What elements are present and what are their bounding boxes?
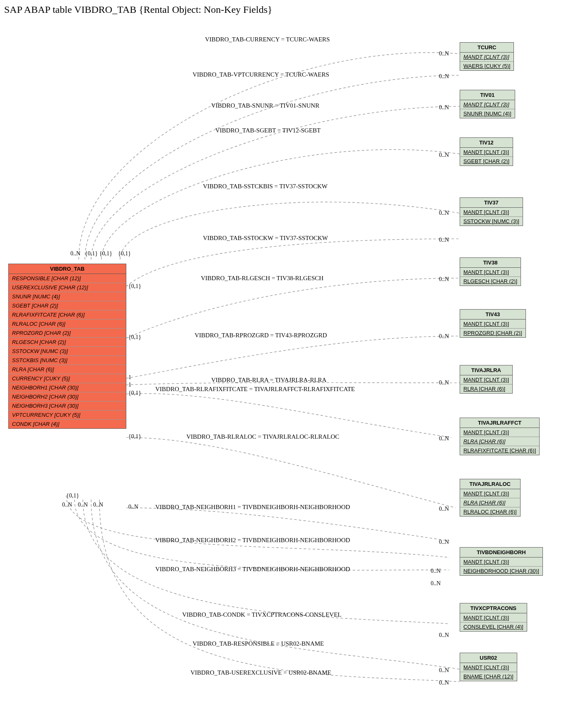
field: RLRAFIXFITCATE [CHAR (6)] — [9, 310, 126, 320]
relationship-label: VIBDRO_TAB-RLRALOC = TIVAJRLRALOC-RLRALO… — [186, 433, 339, 440]
entity-tivajrlraffct: TIVAJRLRAFFCTMANDT [CLNT (3)]RLRA [CHAR … — [460, 418, 540, 455]
entity-tivbdneighborh: TIVBDNEIGHBORHMANDT [CLNT (3)]NEIGHBORHO… — [460, 547, 543, 576]
entity-title: TIV12 — [460, 138, 513, 148]
field: MANDT [CLNT (3)] — [460, 320, 526, 329]
entity-tiv43: TIV43MANDT [CLNT (3)]RPROZGRD [CHAR (2)] — [460, 309, 526, 338]
cardinality-label: 0..N — [439, 539, 449, 545]
cardinality-label: 0..N — [93, 502, 103, 508]
field: VPTCURRENCY [CUKY (5)] — [9, 411, 126, 420]
field: SNUNR [NUMC (4)] — [460, 109, 515, 118]
page-title: SAP ABAP table VIBDRO_TAB {Rental Object… — [4, 4, 577, 15]
cardinality-label: 1 — [128, 382, 131, 388]
cardinality-label: 0..N — [439, 237, 449, 243]
cardinality-label: 0..N — [62, 502, 72, 508]
relationship-label: VIBDRO_TAB-SSTOCKW = TIV37-SSTOCKW — [203, 235, 328, 242]
entity-title: TIVXCPTRACONS — [460, 603, 527, 613]
entity-title: TIVAJRLRAFFCT — [460, 418, 539, 428]
field: BNAME [CHAR (12)] — [460, 672, 517, 681]
field: NEIGHBORH2 [CHAR (30)] — [9, 392, 126, 401]
relationship-label: VIBDRO_TAB-SSTCKBIS = TIV37-SSTOCKW — [203, 183, 328, 190]
field: RESPONSIBLE [CHAR (12)] — [9, 274, 126, 283]
entity-title: TIV43 — [460, 310, 526, 320]
entity-tiv12: TIV12MANDT [CLNT (3)]SGEBT [CHAR (2)] — [460, 137, 513, 166]
cardinality-label: 0..N — [439, 333, 449, 340]
field: MANDT [CLNT (3)] — [460, 148, 513, 157]
entity-title: TCURC — [460, 43, 513, 53]
cardinality-label: 0..N — [439, 104, 449, 111]
field: SSTOCKW [NUMC (3)] — [9, 347, 126, 356]
field: RLRA [CHAR (6)] — [9, 365, 126, 374]
cardinality-label: 0..N — [439, 73, 449, 80]
field: WAERS [CUKY (5)] — [460, 62, 513, 70]
cardinality-label: 0..N — [431, 568, 441, 574]
entity-title: TIV38 — [460, 258, 521, 268]
cardinality-label: 0..N — [439, 276, 449, 283]
field: SGEBT [CHAR (2)] — [9, 301, 126, 310]
field: MANDT [CLNT (3)] — [460, 663, 517, 672]
cardinality-label: {0,1} — [66, 493, 79, 499]
cardinality-label: 0..N — [439, 680, 449, 686]
relationship-label: VIBDRO_TAB-RLGESCH = TIV38-RLGESCH — [201, 275, 323, 282]
field: RLGESCH [CHAR (2)] — [460, 277, 521, 286]
field: NEIGHBORHOOD [CHAR (30)] — [460, 567, 542, 575]
entity-tivajrlraloc: TIVAJRLRALOCMANDT [CLNT (3)]RLRA [CHAR (… — [460, 479, 521, 517]
cardinality-label: 0..N — [439, 632, 449, 639]
cardinality-label: 0..N — [70, 250, 80, 257]
field: MANDT [CLNT (3)] — [460, 53, 513, 62]
cardinality-label: 0..N — [439, 506, 449, 512]
field: CONSLEVEL [CHAR (4)] — [460, 622, 527, 631]
field: RLRA [CHAR (6)] — [460, 384, 512, 393]
relationship-label: VIBDRO_TAB-RESPONSIBLE = USR02-BNAME — [193, 640, 324, 647]
relationship-label: VIBDRO_TAB-CONDK = TIVXCPTRACONS-CONSLEV… — [182, 611, 342, 618]
field: MANDT [CLNT (3)] — [460, 428, 539, 437]
cardinality-label: {0,1} — [128, 334, 141, 341]
cardinality-label: 0..N — [439, 380, 449, 386]
entity-title: TIVBDNEIGHBORH — [460, 548, 542, 557]
relationship-label: VIBDRO_TAB-VPTCURRENCY = TCURC-WAERS — [193, 71, 329, 78]
relationship-label: VIBDRO_TAB-SNUNR = TIV01-SNUNR — [211, 102, 319, 109]
entity-vibdro-tab: VIBDRO_TAB RESPONSIBLE [CHAR (12)]USEREX… — [8, 264, 126, 429]
relationship-label: VIBDRO_TAB-CURRENCY = TCURC-WAERS — [205, 36, 330, 43]
field: USEREXCLUSIVE [CHAR (12)] — [9, 283, 126, 292]
field: RLRALOC [CHAR (6)] — [9, 320, 126, 329]
relationship-label: VIBDRO_TAB-SGEBT = TIV12-SGEBT — [215, 127, 321, 134]
relationship-label: VIBDRO_TAB-NEIGHBORH1 = TIVBDNEIGHBORH-N… — [155, 504, 350, 511]
cardinality-label: 0..N — [431, 580, 441, 587]
cardinality-label: 0..N — [439, 435, 449, 442]
field: RLRA [CHAR (6)] — [460, 498, 520, 507]
entity-tiv38: TIV38MANDT [CLNT (3)]RLGESCH [CHAR (2)] — [460, 257, 521, 286]
entity-title: TIVAJRLRALOC — [460, 479, 520, 489]
entity-title: VIBDRO_TAB — [9, 264, 126, 274]
field: CURRENCY [CUKY (5)] — [9, 374, 126, 383]
cardinality-label: 0..N — [439, 210, 449, 216]
entity-tiv01: TIV01MANDT [CLNT (3)]SNUNR [NUMC (4)] — [460, 90, 515, 118]
field: MANDT [CLNT (3)] — [460, 489, 520, 498]
entity-usr02: USR02MANDT [CLNT (3)]BNAME [CHAR (12)] — [460, 653, 517, 681]
field: RPROZGRD [CHAR (2)] — [9, 329, 126, 338]
field: MANDT [CLNT (3)] — [460, 100, 515, 109]
relationship-label: VIBDRO_TAB-NEIGHBORH2 = TIVBDNEIGHBORH-N… — [155, 537, 350, 544]
field: SSTCKBIS [NUMC (3)] — [9, 356, 126, 365]
field: RPROZGRD [CHAR (2)] — [460, 329, 526, 337]
field: SSTOCKW [NUMC (3)] — [460, 217, 523, 226]
cardinality-label: 1 — [128, 374, 131, 381]
cardinality-label: {0,1} — [118, 250, 131, 257]
field: SGEBT [CHAR (2)] — [460, 157, 513, 166]
field: RLRALOC [CHAR (6)] — [460, 507, 520, 516]
entity-tcurc: TCURCMANDT [CLNT (3)]WAERS [CUKY (5)] — [460, 42, 514, 71]
entity-tiv37: TIV37MANDT [CLNT (3)]SSTOCKW [NUMC (3)] — [460, 197, 523, 226]
cardinality-label: 0..N — [128, 504, 138, 510]
cardinality-label: 0..N — [439, 667, 449, 674]
cardinality-label: 0..N — [439, 152, 449, 159]
field: SNUNR [NUMC (4)] — [9, 292, 126, 301]
entity-tivxcptracons: TIVXCPTRACONSMANDT [CLNT (3)]CONSLEVEL [… — [460, 603, 527, 632]
field: NEIGHBORH1 [CHAR (30)] — [9, 383, 126, 392]
entity-title: USR02 — [460, 653, 517, 663]
cardinality-label: {0,1} — [99, 250, 112, 257]
cardinality-label: {0,1} — [128, 283, 141, 290]
field: MANDT [CLNT (3)] — [460, 557, 542, 567]
cardinality-label: {0,1} — [85, 250, 98, 257]
field: NEIGHBORH3 [CHAR (30)] — [9, 401, 126, 411]
field: MANDT [CLNT (3)] — [460, 613, 527, 622]
cardinality-label: {0,1} — [128, 433, 141, 440]
